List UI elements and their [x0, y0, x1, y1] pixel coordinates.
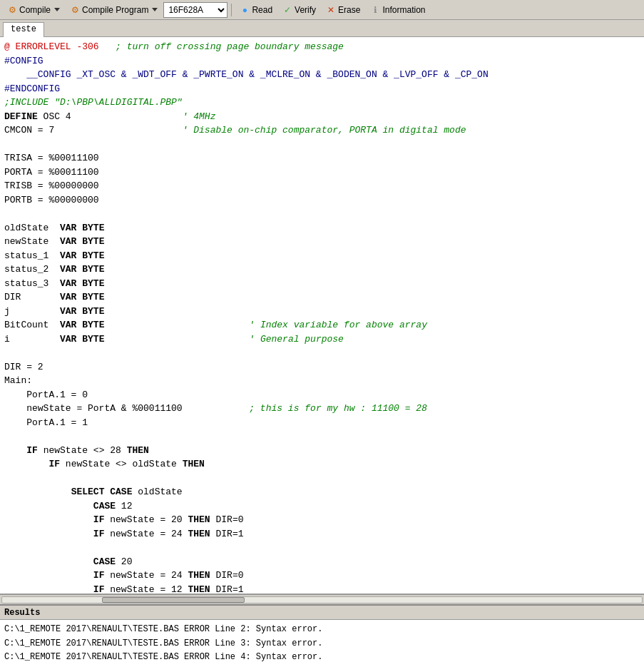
result-line-1: C:\1_REMOTE 2017\RENAULT\TESTE.BAS ERROR…	[4, 623, 640, 636]
information-icon: ℹ	[370, 5, 380, 15]
read-icon: ●	[240, 5, 250, 15]
verify-button[interactable]: ✓ Verify	[278, 2, 320, 18]
compile-group: ⚙ Compile ⚙ Compile Program	[3, 2, 162, 18]
chip-select[interactable]: 16F628A	[163, 2, 228, 18]
compile-program-label: Compile Program	[82, 5, 148, 15]
compile-program-dropdown-arrow	[152, 8, 158, 11]
tab-bar: teste	[0, 20, 644, 37]
code-editor[interactable]: @ ERRORLEVEL -306 ; turn off crossing pa…	[0, 37, 644, 594]
result-line-2: C:\1_REMOTE 2017\RENAULT\TESTE.BAS ERROR…	[4, 637, 640, 651]
result-line-3: C:\1_REMOTE 2017\RENAULT\TESTE.BAS ERROR…	[4, 651, 640, 664]
separator-1	[231, 4, 232, 16]
compile-icon: ⚙	[7, 5, 17, 15]
results-header: Results	[0, 606, 644, 620]
erase-icon: ✕	[326, 5, 336, 15]
results-panel: Results C:\1_REMOTE 2017\RENAULT\TESTE.B…	[0, 604, 644, 667]
erase-label: Erase	[338, 5, 360, 15]
toolbar: ⚙ Compile ⚙ Compile Program 16F628A ● Re…	[0, 0, 644, 20]
tab-label: teste	[11, 24, 36, 34]
results-content: C:\1_REMOTE 2017\RENAULT\TESTE.BAS ERROR…	[0, 620, 644, 667]
code-content: @ ERRORLEVEL -306 ; turn off crossing pa…	[0, 37, 644, 594]
erase-button[interactable]: ✕ Erase	[322, 2, 364, 18]
information-button[interactable]: ℹ Information	[366, 2, 429, 18]
tab-teste[interactable]: teste	[3, 22, 44, 37]
information-label: Information	[382, 5, 425, 15]
compile-dropdown-arrow	[54, 8, 60, 11]
results-title: Results	[4, 608, 40, 618]
compile-button[interactable]: ⚙ Compile	[3, 2, 64, 18]
horizontal-scrollbar[interactable]	[0, 594, 644, 604]
verify-icon: ✓	[282, 5, 292, 15]
read-label: Read	[252, 5, 272, 15]
scrollbar-thumb[interactable]	[102, 597, 245, 603]
scrollbar-track[interactable]	[1, 596, 643, 604]
compile-program-icon: ⚙	[70, 5, 80, 15]
main-area: @ ERRORLEVEL -306 ; turn off crossing pa…	[0, 37, 644, 667]
compile-program-button[interactable]: ⚙ Compile Program	[66, 2, 162, 18]
compile-label: Compile	[19, 5, 51, 15]
read-button[interactable]: ● Read	[235, 2, 277, 18]
verify-label: Verify	[295, 5, 316, 15]
